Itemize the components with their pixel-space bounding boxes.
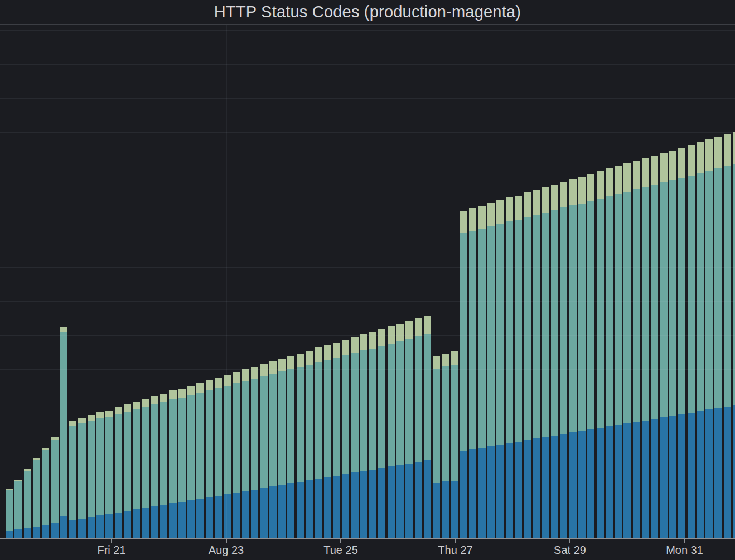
bar[interactable]	[287, 356, 294, 538]
bar-segment-green	[297, 354, 304, 367]
bar[interactable]	[606, 168, 613, 538]
bar[interactable]	[433, 356, 440, 538]
bar-segment-blue	[187, 500, 195, 538]
bar[interactable]	[42, 448, 49, 538]
bar[interactable]	[560, 182, 567, 538]
bar[interactable]	[169, 390, 176, 538]
bar[interactable]	[333, 343, 340, 538]
bar[interactable]	[60, 327, 67, 538]
bar[interactable]	[714, 137, 722, 538]
bar[interactable]	[587, 174, 594, 538]
bar-segment-teal	[451, 365, 458, 481]
bar-segment-teal	[233, 383, 240, 493]
bar[interactable]	[633, 161, 640, 538]
bar[interactable]	[524, 192, 531, 538]
bar[interactable]	[342, 340, 349, 538]
bar-segment-teal	[224, 386, 231, 494]
bar[interactable]	[160, 394, 167, 538]
bar[interactable]	[697, 142, 704, 538]
bar[interactable]	[133, 402, 140, 538]
bar[interactable]	[388, 326, 395, 538]
bar[interactable]	[242, 369, 249, 538]
bar-segment-teal	[60, 332, 67, 516]
bar[interactable]	[378, 329, 385, 538]
bar[interactable]	[6, 489, 13, 538]
x-axis-label: Thu 27	[438, 544, 472, 557]
bar[interactable]	[451, 351, 458, 538]
bar[interactable]	[306, 351, 313, 538]
bar[interactable]	[233, 372, 240, 538]
bar[interactable]	[669, 151, 676, 538]
bar[interactable]	[206, 380, 213, 538]
bar[interactable]	[660, 153, 668, 538]
bar[interactable]	[224, 375, 231, 538]
bar[interactable]	[324, 345, 331, 538]
bar[interactable]	[533, 190, 540, 538]
bar-segment-teal	[633, 189, 640, 422]
bar-segment-teal	[506, 221, 513, 443]
bar[interactable]	[642, 158, 649, 538]
bar-segment-blue	[469, 449, 476, 538]
bar-segment-blue	[14, 529, 22, 538]
bar[interactable]	[597, 171, 604, 538]
bar[interactable]	[623, 163, 631, 538]
bar[interactable]	[14, 480, 22, 538]
bar-segment-green	[460, 211, 467, 233]
bar[interactable]	[88, 415, 95, 538]
bar[interactable]	[460, 211, 467, 538]
bar[interactable]	[478, 206, 486, 538]
bar[interactable]	[578, 177, 586, 538]
bar[interactable]	[69, 421, 76, 538]
bar[interactable]	[615, 166, 622, 538]
gridline-vertical	[341, 25, 341, 538]
gridline-horizontal	[0, 98, 735, 99]
bar[interactable]	[269, 361, 277, 538]
bar[interactable]	[442, 354, 449, 538]
bar[interactable]	[405, 321, 413, 538]
bar[interactable]	[215, 378, 222, 538]
bar-segment-teal	[496, 224, 504, 445]
bar[interactable]	[96, 412, 104, 538]
bar-segment-blue	[151, 506, 158, 538]
bar[interactable]	[551, 185, 558, 538]
bar-segment-green	[415, 318, 422, 336]
bar[interactable]	[142, 399, 149, 538]
bar[interactable]	[297, 354, 304, 538]
bar[interactable]	[33, 458, 40, 538]
x-axis-label: Mon 31	[666, 544, 703, 557]
bar[interactable]	[151, 396, 158, 538]
bar[interactable]	[78, 418, 85, 538]
bar[interactable]	[187, 386, 195, 538]
bar[interactable]	[51, 437, 59, 538]
bar-segment-blue	[306, 480, 313, 538]
bar[interactable]	[469, 208, 476, 538]
bar-segment-teal	[697, 173, 704, 411]
bar[interactable]	[278, 359, 286, 538]
bar[interactable]	[396, 324, 404, 538]
bar[interactable]	[351, 337, 358, 538]
bar[interactable]	[515, 196, 522, 538]
bar[interactable]	[688, 145, 695, 538]
bar[interactable]	[178, 389, 186, 538]
bar[interactable]	[315, 347, 322, 538]
bar[interactable]	[260, 364, 267, 538]
bar-segment-teal	[306, 365, 313, 480]
bar-segment-teal	[415, 336, 422, 462]
bar[interactable]	[724, 134, 731, 538]
bar[interactable]	[651, 156, 658, 538]
gridline-horizontal	[0, 301, 735, 302]
bar[interactable]	[542, 187, 549, 538]
bar-segment-green	[69, 421, 76, 426]
bar[interactable]	[251, 367, 258, 538]
gridline-horizontal	[0, 132, 735, 133]
bar[interactable]	[360, 334, 368, 538]
bar-segment-green	[78, 418, 85, 423]
bar[interactable]	[115, 407, 122, 538]
bar[interactable]	[487, 203, 495, 538]
bar-segment-teal	[724, 166, 731, 407]
bar[interactable]	[196, 383, 204, 538]
bar[interactable]	[506, 197, 513, 538]
bar-segment-green	[396, 324, 404, 341]
bar[interactable]	[24, 469, 31, 538]
bar[interactable]	[369, 332, 376, 538]
